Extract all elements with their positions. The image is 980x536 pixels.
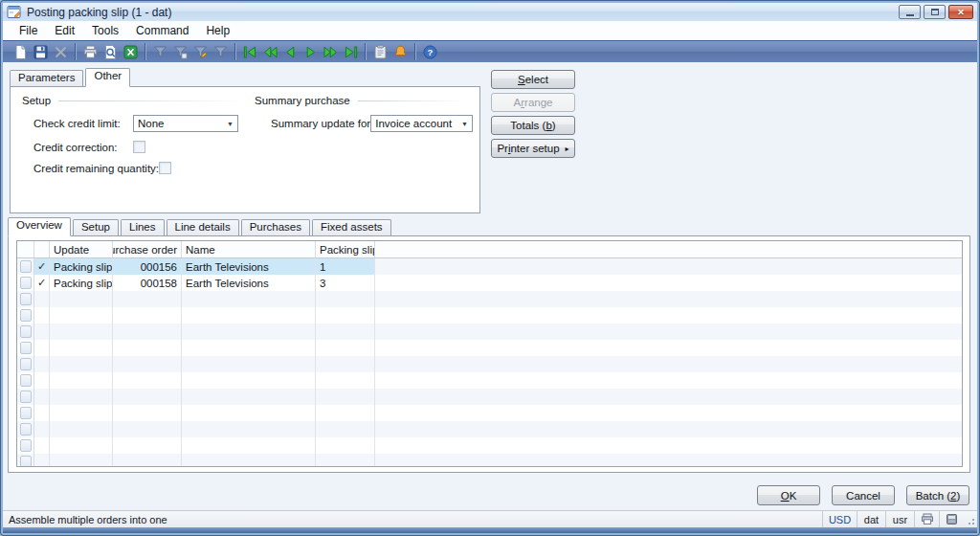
menu-file[interactable]: File — [11, 22, 46, 39]
summary-purchase-group-title: Summary purchase — [255, 95, 350, 106]
row-selector[interactable] — [20, 293, 32, 305]
name-cell — [182, 437, 316, 454]
group-rule — [358, 100, 467, 101]
status-bar: Assemble multiple orders into one USD da… — [3, 510, 977, 527]
menu-edit[interactable]: Edit — [46, 22, 83, 39]
row-selector[interactable] — [20, 374, 32, 387]
next-page-icon[interactable] — [321, 43, 341, 61]
table-row[interactable] — [17, 454, 962, 467]
ok-button[interactable]: OK — [757, 485, 820, 505]
table-row[interactable] — [17, 324, 962, 340]
table-row[interactable]: ✓Packing slip000156Earth Televisions1 — [17, 258, 962, 275]
toolbar-separator — [365, 43, 367, 60]
user-pane[interactable]: usr — [885, 511, 914, 527]
grid-body: ✓Packing slip000156Earth Televisions1✓Pa… — [17, 258, 962, 467]
packing-slip-cell — [316, 437, 375, 454]
row-selector-cell — [17, 307, 34, 324]
row-selector[interactable] — [20, 342, 32, 354]
toolbar: ? — [3, 40, 977, 62]
last-record-icon[interactable] — [341, 43, 361, 61]
minimize-button[interactable] — [899, 5, 921, 19]
currency-pane[interactable]: USD — [822, 511, 857, 527]
table-row[interactable] — [17, 405, 962, 421]
tab-fixed-assets[interactable]: Fixed assets — [312, 219, 391, 235]
printer-icon[interactable] — [914, 511, 939, 527]
next-record-icon[interactable] — [301, 43, 321, 61]
previous-record-icon[interactable] — [280, 43, 301, 61]
tab-parameters[interactable]: Parameters — [10, 70, 83, 86]
tab-overview[interactable]: Overview — [8, 217, 71, 236]
print-icon[interactable] — [80, 43, 100, 61]
table-row[interactable] — [17, 372, 962, 389]
table-row[interactable] — [17, 437, 962, 454]
table-row[interactable] — [17, 356, 962, 372]
tab-line-details[interactable]: Line details — [167, 219, 239, 235]
help-icon[interactable]: ? — [420, 43, 440, 61]
cancel-button[interactable]: Cancel — [832, 485, 895, 505]
table-row[interactable] — [17, 291, 962, 307]
table-row[interactable] — [17, 307, 962, 324]
row-selector[interactable] — [20, 407, 32, 419]
previous-page-icon[interactable] — [260, 43, 280, 61]
company-pane[interactable]: dat — [857, 511, 885, 527]
chevron-down-icon: ▼ — [223, 121, 237, 127]
batch-2-button[interactable]: Batch (2) — [906, 485, 969, 505]
name-cell — [182, 307, 316, 324]
row-selector[interactable] — [20, 325, 32, 338]
resize-grip[interactable] — [964, 511, 977, 527]
table-row[interactable] — [17, 340, 962, 356]
select-button[interactable]: Select — [491, 70, 575, 89]
table-row[interactable] — [17, 421, 962, 437]
alerts-icon[interactable] — [390, 43, 411, 61]
row-selector[interactable] — [20, 358, 32, 370]
remove-filter-icon[interactable] — [211, 43, 231, 61]
document-handling-icon[interactable] — [370, 43, 390, 61]
row-selector[interactable] — [20, 391, 32, 403]
menu-help[interactable]: Help — [197, 22, 238, 39]
name-cell — [182, 324, 316, 340]
column-header-name[interactable]: Name — [182, 241, 316, 257]
checkmark-cell — [34, 340, 50, 356]
row-selector[interactable] — [20, 456, 32, 467]
window-title: Posting packing slip (1 - dat) — [27, 6, 171, 19]
app-icon — [7, 5, 22, 20]
column-header-purchase-order[interactable]: Purchase order — [113, 241, 182, 257]
printer-setup-button[interactable]: Printer setup▸ — [491, 139, 575, 158]
save-icon[interactable] — [31, 43, 51, 61]
filter-by-field-icon[interactable] — [190, 43, 211, 61]
new-icon[interactable] — [11, 43, 31, 61]
row-selector[interactable] — [20, 260, 32, 273]
row-selector[interactable] — [20, 277, 32, 289]
table-row[interactable]: ✓Packing slip000158Earth Televisions3 — [17, 275, 962, 291]
column-header-packing-slip[interactable]: Packing slip — [316, 241, 375, 257]
column-header-update[interactable]: Update — [50, 241, 113, 257]
filter-by-selection-icon[interactable] — [150, 43, 170, 61]
toolbar-separator — [234, 43, 236, 60]
table-row[interactable] — [17, 389, 962, 405]
tab-lines[interactable]: Lines — [121, 219, 165, 235]
menu-command[interactable]: Command — [127, 22, 197, 39]
menu-tools[interactable]: Tools — [83, 22, 127, 39]
row-filler — [375, 389, 962, 405]
first-record-icon[interactable] — [240, 43, 260, 61]
database-icon[interactable] — [939, 511, 964, 527]
toolbar-group — [80, 43, 141, 61]
row-selector[interactable] — [20, 439, 32, 452]
row-selector[interactable] — [20, 309, 32, 322]
summary-update-for-combo[interactable]: Invoice account ▼ — [370, 115, 473, 132]
tab-other[interactable]: Other — [85, 68, 130, 87]
posting-packing-slip-window: Posting packing slip (1 - dat) ✕ FileEdi… — [0, 0, 980, 536]
row-selector[interactable] — [20, 423, 32, 436]
export-to-excel-icon[interactable] — [121, 43, 141, 61]
print-preview-icon[interactable] — [100, 43, 121, 61]
filter-by-grid-icon[interactable] — [170, 43, 190, 61]
close-button[interactable]: ✕ — [948, 5, 973, 19]
maximize-button[interactable] — [924, 5, 946, 19]
tab-purchases[interactable]: Purchases — [241, 219, 310, 235]
check-credit-limit-combo[interactable]: None ▼ — [133, 115, 238, 132]
update-cell — [50, 421, 113, 437]
totals-b-button[interactable]: Totals (b) — [491, 116, 575, 135]
packing-slip-cell — [316, 372, 375, 389]
packing-slip-cell — [316, 307, 375, 324]
tab-setup[interactable]: Setup — [73, 219, 119, 235]
